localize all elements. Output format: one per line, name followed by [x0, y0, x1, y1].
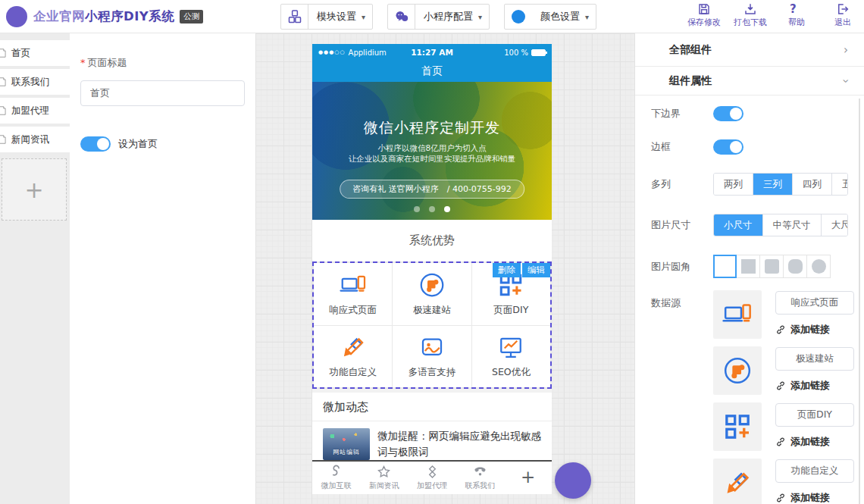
- add-link-button[interactable]: 添加链接: [775, 491, 854, 504]
- set-home-toggle[interactable]: [80, 136, 111, 152]
- segment-option[interactable]: 大尺寸: [821, 214, 849, 236]
- header-action-button[interactable]: ? 帮助: [780, 2, 813, 28]
- weijia-swirl-icon: [6, 6, 27, 27]
- weijia-logo-icon: [329, 465, 343, 479]
- battery-percent: 100 %: [504, 49, 528, 57]
- chevron-down-icon: ›: [839, 79, 853, 83]
- page-doc-icon: [0, 134, 8, 145]
- banner-cta-pill[interactable]: 咨询有礼 送官网小程序 / 400-0755-992: [340, 180, 524, 199]
- banner-subtitle-1: 小程序以微信8亿用户为切入点: [312, 143, 552, 154]
- border-toggle[interactable]: [713, 139, 743, 155]
- header-action-button[interactable]: 打包下载: [734, 2, 767, 28]
- page-doc-icon: [0, 77, 8, 87]
- advantage-cell[interactable]: 极速建站: [393, 263, 471, 325]
- image-size-label: 图片尺寸: [651, 218, 713, 232]
- advantage-cell[interactable]: 功能自定义: [314, 326, 392, 388]
- add-link-button[interactable]: 添加链接: [775, 379, 854, 393]
- phone-nav-bar: 首页: [312, 61, 552, 82]
- segment-option[interactable]: 三列: [753, 174, 792, 195]
- segment-option[interactable]: 五列: [831, 174, 848, 195]
- sidebar-page-item[interactable]: 新闻资讯: [0, 127, 70, 152]
- tab-bar-item[interactable]: 微加互联: [312, 462, 360, 494]
- inspector-scrollbar[interactable]: [859, 99, 860, 504]
- news-list-item[interactable]: 网站编辑 微加提醒：网页编辑应避免出现敏感词与极限词: [312, 421, 552, 460]
- carousel-dot[interactable]: [444, 206, 450, 212]
- app-header: 企业官网小程序DIY系统 公测 模块设置 ▾ 小程序配置 ▾ 颜色设置 ▾ 保存…: [0, 0, 864, 33]
- segment-option[interactable]: 中等尺寸: [762, 214, 821, 236]
- image-size-segmented-control: 小尺寸中等尺寸大尺寸: [713, 214, 848, 236]
- sidebar-page-item[interactable]: 加盟代理: [0, 98, 70, 124]
- carousel-dots: [312, 206, 552, 212]
- datasource-title-input[interactable]: [775, 291, 854, 315]
- header-dropdown-button[interactable]: 小程序配置 ▾: [387, 4, 490, 30]
- preview-button[interactable]: [555, 462, 591, 499]
- header-dropdown-button[interactable]: 颜色设置 ▾: [504, 4, 596, 30]
- header-action-button[interactable]: 保存修改: [687, 2, 721, 28]
- banner-component[interactable]: 微信小程序定制开发 小程序以微信8亿用户为切入点 让企业以及商家在短时间里实现提…: [312, 82, 552, 220]
- diamond-icon: [425, 465, 440, 479]
- edit-component-button[interactable]: 编辑: [522, 263, 550, 277]
- tab-bar-item[interactable]: +: [504, 462, 552, 494]
- advantage-cell[interactable]: 响应式页面: [314, 263, 392, 325]
- radius-option[interactable]: [760, 255, 784, 278]
- radius-option[interactable]: [737, 255, 760, 278]
- carousel-dot[interactable]: [414, 206, 420, 212]
- multi-language-icon: [418, 333, 446, 361]
- datasource-item: 添加链接: [713, 346, 854, 395]
- sidebar-page-item[interactable]: 联系我们: [0, 69, 70, 95]
- page-title-input[interactable]: [80, 80, 245, 106]
- grid-icon: [651, 44, 662, 55]
- radius-option[interactable]: [807, 255, 831, 278]
- sidebar-page-item[interactable]: 首页: [0, 40, 70, 66]
- radius-option[interactable]: [713, 255, 737, 278]
- add-link-button[interactable]: 添加链接: [775, 435, 854, 449]
- bottom-border-label: 下边界: [651, 107, 713, 121]
- news-thumbnail: 网站编辑: [323, 428, 370, 460]
- bottom-border-toggle[interactable]: [713, 106, 743, 121]
- chain-link-icon: [775, 437, 786, 447]
- advantage-cell[interactable]: SEO优化: [472, 326, 550, 388]
- component-props-row[interactable]: 组件属性 ›: [635, 67, 864, 95]
- page-diy-icon: [722, 412, 753, 442]
- phone-status-bar: ●●●○○ Applidium 11:27 AM 100 %: [312, 44, 552, 61]
- all-components-row[interactable]: 全部组件 ›: [635, 33, 864, 67]
- header-action-button[interactable]: 退出: [826, 2, 859, 28]
- advantage-cell[interactable]: 多语言支持: [393, 326, 471, 388]
- custom-function-icon: [722, 468, 753, 498]
- add-link-button[interactable]: 添加链接: [775, 323, 854, 337]
- set-home-label: 设为首页: [118, 137, 158, 151]
- news-component[interactable]: 微加动态 网站编辑 微加提醒：网页编辑应避免出现敏感词与极限词: [312, 393, 552, 460]
- tab-bar-item[interactable]: 加盟代理: [408, 462, 455, 494]
- datasource-title-input[interactable]: [775, 347, 854, 371]
- battery-icon: [531, 49, 546, 56]
- phone-icon: [473, 465, 487, 479]
- segment-option[interactable]: 小尺寸: [714, 214, 762, 236]
- segment-option[interactable]: 两列: [714, 174, 753, 195]
- datasource-title-input[interactable]: [775, 403, 854, 427]
- chain-link-icon: [775, 324, 786, 335]
- app-title: 企业官网小程序DIY系统: [33, 8, 174, 25]
- phone-tab-bar: 微加互联 新闻资讯 加盟代理 联系我们 +: [312, 460, 552, 494]
- datasource-item: 添加链接: [713, 402, 854, 451]
- datasource-title-input[interactable]: [775, 459, 854, 483]
- advantages-grid-component[interactable]: 响应式页面 极速建站 页面DIY 功能自定义 多语言支持 SEO优化: [312, 261, 552, 389]
- carrier-label: Applidium: [349, 49, 387, 57]
- tab-bar-item[interactable]: 新闻资讯: [360, 462, 408, 494]
- app-title-primary: 企业官网: [33, 9, 85, 23]
- news-thumbnail-caption: 网站编辑: [323, 448, 370, 456]
- carousel-dot[interactable]: [429, 206, 435, 212]
- prop-list-icon: [651, 75, 662, 86]
- image-radius-label: 图片圆角: [651, 260, 713, 274]
- delete-component-button[interactable]: 删除: [493, 263, 521, 277]
- wechat-icon: [394, 9, 409, 24]
- fast-build-icon: [418, 271, 446, 299]
- image-radius-options: [713, 255, 831, 278]
- beta-badge: 公测: [180, 10, 203, 23]
- segment-option[interactable]: 四列: [792, 174, 831, 195]
- app-title-secondary: 小程序DIY系统: [85, 9, 174, 23]
- header-dropdown-button[interactable]: 模块设置 ▾: [280, 4, 373, 30]
- tab-bar-item[interactable]: 联系我们: [456, 462, 504, 494]
- page-settings-panel: *页面标题 设为首页: [70, 33, 255, 504]
- radius-option[interactable]: [784, 255, 807, 278]
- add-page-button[interactable]: +: [2, 158, 67, 221]
